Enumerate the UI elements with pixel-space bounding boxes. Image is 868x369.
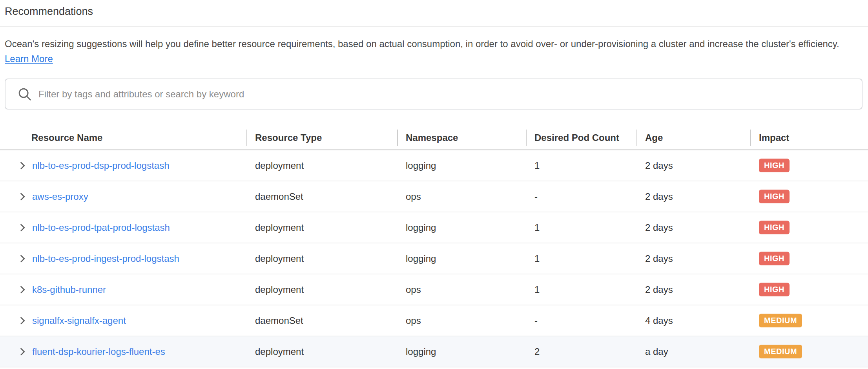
chevron-right-icon[interactable]	[16, 253, 28, 265]
search-bar[interactable]	[5, 79, 863, 110]
resource-type-cell: daemonSet	[246, 181, 397, 212]
resource-name-link[interactable]: nlb-to-es-prod-ingest-prod-logstash	[32, 253, 179, 264]
pod-count-cell: -	[526, 305, 636, 336]
impact-badge: HIGH	[759, 221, 790, 234]
resource-type-cell: daemonSet	[246, 305, 397, 336]
impact-cell: HIGH	[750, 181, 868, 212]
resource-name-cell: signalfx-signalfx-agent	[0, 305, 246, 336]
resource-type-cell: deployment	[246, 243, 397, 274]
resource-type-cell: deployment	[246, 212, 397, 243]
age-cell: 2 days	[636, 274, 750, 305]
impact-cell: HIGH	[750, 212, 868, 243]
impact-cell: MEDIUM	[750, 336, 868, 367]
resource-name-cell: nlb-to-es-prod-ingest-prod-logstash	[0, 243, 246, 274]
impact-badge: HIGH	[759, 252, 790, 265]
column-header-desired-pod-count[interactable]: Desired Pod Count	[526, 127, 636, 149]
pod-count-cell: 1	[526, 150, 636, 181]
age-cell: 2 days	[636, 243, 750, 274]
column-header-resource-type[interactable]: Resource Type	[246, 127, 397, 149]
search-icon	[17, 87, 32, 102]
impact-badge: MEDIUM	[759, 345, 802, 358]
table-row[interactable]: nlb-to-es-prod-dsp-prod-logstash deploym…	[0, 150, 868, 181]
column-header-impact[interactable]: Impact	[750, 127, 868, 149]
resource-name-link[interactable]: nlb-to-es-prod-tpat-prod-logstash	[32, 222, 170, 233]
resource-name-cell: nlb-to-es-prod-dsp-prod-logstash	[0, 150, 246, 181]
impact-cell: MEDIUM	[750, 305, 868, 336]
chevron-right-icon[interactable]	[16, 160, 28, 172]
chevron-right-icon[interactable]	[16, 191, 28, 203]
table-row[interactable]: fluent-dsp-kourier-logs-fluent-es deploy…	[0, 336, 868, 367]
recommendations-page: Recommendations Ocean's resizing suggest…	[0, 0, 868, 369]
namespace-cell: ops	[397, 181, 526, 212]
pod-count-cell: -	[526, 181, 636, 212]
namespace-cell: logging	[397, 150, 526, 181]
pod-count-cell: 1	[526, 243, 636, 274]
resource-name-link[interactable]: fluent-dsp-kourier-logs-fluent-es	[32, 346, 165, 357]
impact-badge: MEDIUM	[759, 314, 802, 327]
table-body: nlb-to-es-prod-dsp-prod-logstash deploym…	[0, 150, 868, 367]
column-header-resource-name[interactable]: Resource Name	[0, 127, 246, 149]
table-row[interactable]: nlb-to-es-prod-ingest-prod-logstash depl…	[0, 243, 868, 274]
impact-cell: HIGH	[750, 243, 868, 274]
age-cell: 2 days	[636, 150, 750, 181]
resource-name-link[interactable]: k8s-github-runner	[32, 284, 106, 295]
impact-badge: HIGH	[759, 190, 790, 203]
description-text: Ocean's resizing suggestions will help y…	[5, 37, 859, 66]
namespace-cell: ops	[397, 305, 526, 336]
impact-badge: HIGH	[759, 159, 790, 172]
age-cell: 4 days	[636, 305, 750, 336]
resource-name-cell: fluent-dsp-kourier-logs-fluent-es	[0, 336, 246, 367]
resource-name-link[interactable]: signalfx-signalfx-agent	[32, 315, 126, 326]
impact-badge: HIGH	[759, 283, 790, 296]
resource-type-cell: deployment	[246, 150, 397, 181]
pod-count-cell: 2	[526, 336, 636, 367]
table-row[interactable]: k8s-github-runner deployment ops 1 2 day…	[0, 274, 868, 305]
description-body: Ocean's resizing suggestions will help y…	[5, 38, 839, 49]
learn-more-link[interactable]: Learn More	[5, 53, 53, 64]
table-header: Resource Name Resource Type Namespace De…	[0, 127, 868, 150]
namespace-cell: logging	[397, 336, 526, 367]
page-title: Recommendations	[5, 5, 868, 18]
namespace-cell: logging	[397, 243, 526, 274]
age-cell: 2 days	[636, 212, 750, 243]
table-row[interactable]: aws-es-proxy daemonSet ops - 2 days HIGH	[0, 181, 868, 212]
resource-name-cell: nlb-to-es-prod-tpat-prod-logstash	[0, 212, 246, 243]
namespace-cell: logging	[397, 212, 526, 243]
resource-name-link[interactable]: aws-es-proxy	[32, 191, 88, 202]
impact-cell: HIGH	[750, 274, 868, 305]
table-row[interactable]: nlb-to-es-prod-tpat-prod-logstash deploy…	[0, 212, 868, 243]
age-cell: 2 days	[636, 181, 750, 212]
column-header-age[interactable]: Age	[636, 127, 750, 149]
title-divider	[0, 26, 868, 27]
resource-type-cell: deployment	[246, 336, 397, 367]
pod-count-cell: 1	[526, 212, 636, 243]
age-cell: a day	[636, 336, 750, 367]
column-header-namespace[interactable]: Namespace	[397, 127, 526, 149]
resource-name-link[interactable]: nlb-to-es-prod-dsp-prod-logstash	[32, 160, 170, 171]
namespace-cell: ops	[397, 274, 526, 305]
table-row[interactable]: signalfx-signalfx-agent daemonSet ops - …	[0, 305, 868, 336]
search-input[interactable]	[38, 89, 862, 100]
resource-type-cell: deployment	[246, 274, 397, 305]
chevron-right-icon[interactable]	[16, 315, 28, 327]
chevron-right-icon[interactable]	[16, 222, 28, 234]
impact-cell: HIGH	[750, 150, 868, 181]
chevron-right-icon[interactable]	[16, 346, 28, 358]
resource-name-cell: aws-es-proxy	[0, 181, 246, 212]
chevron-right-icon[interactable]	[16, 284, 28, 296]
resource-name-cell: k8s-github-runner	[0, 274, 246, 305]
pod-count-cell: 1	[526, 274, 636, 305]
